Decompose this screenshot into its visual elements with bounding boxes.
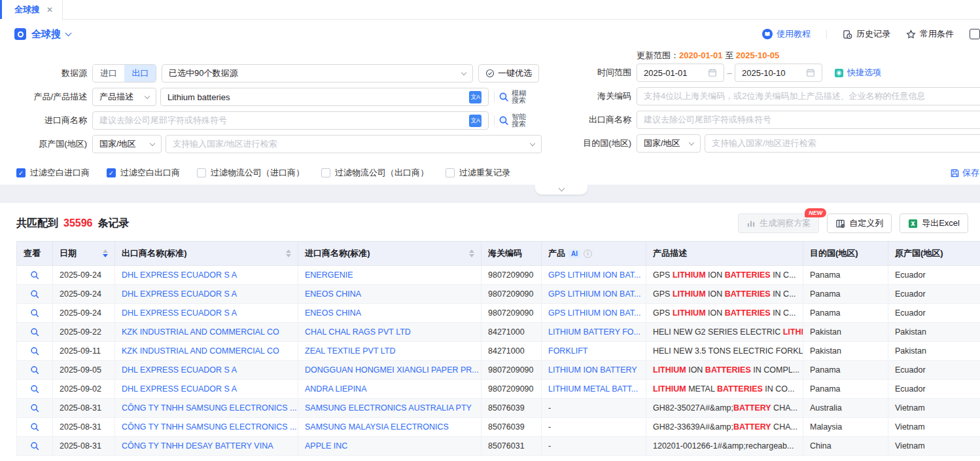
exporter-cell[interactable]: DHL EXPRESS ECUADOR S A [115,285,298,304]
exporter-cell[interactable]: DHL EXPRESS ECUADOR S A [115,380,298,399]
clipped-header-icon[interactable] [970,29,980,39]
chevron-down-icon [689,139,694,145]
importer-cell[interactable]: CHAL CHAL RAGS PVT LTD [298,323,481,342]
exporter-cell[interactable]: CÔNG TY TNHH SAMSUNG ELECTRONICS ... [115,399,298,418]
product-cell[interactable]: GPS LITHIUM ION BAT... [542,304,646,323]
filter-checkbox-4[interactable]: 过滤重复记录 [446,167,510,179]
view-record-icon[interactable] [30,327,39,337]
column-header-3[interactable]: 进口商名称(标准) [298,242,481,266]
destination-cell: Australia [803,399,888,418]
table-row: 2025-09-11KZK INDUSTRIAL AND COMMERCIAL … [17,342,980,361]
view-record-icon[interactable] [30,441,39,451]
exporter-cell[interactable]: CÔNG TY TNHH SAMSUNG ELECTRONICS ... [115,418,298,437]
exporter-cell[interactable]: CÔNG TY TNHH DESAY BATTERY VINA [115,437,298,456]
product-cell[interactable]: LITHIUM METAL BATT... [542,380,646,399]
one-key-optimize-button[interactable]: 一键优选 [478,64,539,83]
filter-checkbox-0[interactable]: ✓过滤空白进口商 [16,167,90,179]
product-cell: - [542,418,646,437]
view-record-icon[interactable] [30,422,39,432]
translate-icon[interactable]: 文A [469,115,481,127]
origin-country-type-select[interactable]: 国家/地区 [92,135,162,153]
tab-global-search[interactable]: 全球搜 ✕ [0,0,63,20]
view-record-icon[interactable] [30,289,39,299]
fuzzy-search-button[interactable]: 模糊搜索 [499,90,526,104]
smart-search-button[interactable]: 智能搜索 [499,113,526,128]
title-chevron-down-icon[interactable] [65,29,72,36]
save-button[interactable]: 保存 [950,167,979,179]
export-excel-button[interactable]: 导出Excel [900,213,968,233]
exporter-input[interactable]: 建议去除公司尾部字符或特殊符号 [637,111,980,129]
exporter-cell[interactable]: DHL EXPRESS ECUADOR S A [115,361,298,380]
checkbox-checked-icon[interactable]: ✓ [107,168,116,177]
filter-checkbox-3[interactable]: 过滤物流公司（出口商） [321,167,429,179]
sort-icons[interactable] [103,249,108,257]
product-cell[interactable]: GPS LITHIUM ION BAT... [542,285,646,304]
destination-placeholder: 支持输入国家/地区进行检索 [712,138,816,149]
toggle-import[interactable]: 进口 [93,65,124,82]
view-record-icon[interactable] [30,270,39,280]
importer-cell[interactable]: DONGGUAN HONGMEI XIANGLI PAPER PR... [298,361,481,380]
update-range-to: 2025-10-05 [736,50,780,60]
quick-options-button[interactable]: 快捷选项 [834,67,881,79]
view-record-icon[interactable] [30,308,39,318]
checkbox-unchecked-icon[interactable] [321,168,330,177]
generate-insight-button[interactable]: 生成洞察方案 NEW [738,213,819,233]
exporter-cell[interactable]: DHL EXPRESS ECUADOR S A [115,266,298,285]
importer-cell[interactable]: ENERGENIE [298,266,481,285]
date-from-input[interactable]: 2025-01-01 [637,64,724,82]
sort-icons[interactable] [469,249,474,257]
importer-input[interactable]: 建议去除公司尾部字符或特殊符号 文A [92,111,489,130]
column-header-1[interactable]: 日期 [53,242,115,266]
product-input[interactable]: Lithium batteries 文A [160,88,489,106]
data-source-select[interactable]: 已选中90个数据源 [162,64,473,83]
hs-code-input[interactable]: 支持4位以上海关编码，或2位海关编码加上产品描述、企业名称的任意信息 [637,87,980,105]
filter-checkbox-2[interactable]: 过滤物流公司（进口商） [197,167,304,179]
date-to-input[interactable]: 2025-10-10 [735,64,822,82]
product-cell[interactable]: FORKLIFT [542,342,646,361]
translate-icon[interactable]: 文A [469,91,481,103]
checkbox-unchecked-icon[interactable] [446,168,455,177]
collapse-panel-button[interactable] [535,185,587,194]
sort-icons[interactable] [286,249,291,257]
table-header: 查看日期出口商名称(标准)进口商名称(标准)海关编码产品AIi产品描述目的国(地… [17,242,980,266]
checkbox-checked-icon[interactable]: ✓ [16,168,26,177]
importer-cell[interactable]: ENEOS CHINA [298,304,481,323]
importer-cell[interactable]: APPLE INC [298,437,481,456]
column-header-2[interactable]: 出口商名称(标准) [115,242,298,266]
toggle-export[interactable]: 出口 [124,65,156,82]
description-cell: GH82-33639A#&amp;BATTERY CHA... [646,418,803,437]
exporter-cell[interactable]: DHL EXPRESS ECUADOR S A [115,304,298,323]
product-cell[interactable]: LITHIUM ION BATTERY [542,361,646,380]
origin-cell: Vietnam [888,437,980,456]
tab-close-icon[interactable]: ✕ [46,5,53,14]
product-cell[interactable]: LITHIUM BATTERY FO... [542,323,646,342]
exporter-cell[interactable]: KZK INDUSTRIAL AND COMMERCIAL CO [115,342,298,361]
exporter-cell[interactable]: KZK INDUSTRIAL AND COMMERCIAL CO [115,323,298,342]
description-cell: GPS LITHIUM ION BATTERIES IN C... [646,304,803,323]
checkbox-unchecked-icon[interactable] [197,168,206,177]
date-cell: 2025-08-31 [53,418,115,437]
customize-columns-button[interactable]: 自定义列 [827,213,892,233]
favorites-button[interactable]: 常用条件 [906,28,954,40]
origin-country-input[interactable]: 支持输入国家/地区进行检索 [166,135,542,153]
importer-cell[interactable]: ANDRA LIEPINA [298,380,481,399]
view-record-icon[interactable] [30,384,39,394]
product-type-select[interactable]: 产品描述 [92,88,156,106]
product-cell[interactable]: GPS LITHIUM ION BAT... [542,266,646,285]
view-record-icon[interactable] [30,403,39,413]
hs-code-cell: 85076039 [481,399,542,418]
importer-cell[interactable]: SAMSUNG ELECTRONICS AUSTRALIA PTY [298,399,481,418]
view-record-icon[interactable] [30,346,39,356]
filter-checkbox-1[interactable]: ✓过滤空白出口商 [107,167,180,179]
history-button[interactable]: 历史记录 [843,28,890,40]
tutorial-button[interactable]: 使用教程 [762,28,811,40]
importer-cell[interactable]: SAMSUNG MALAYSIA ELECTRONICS [298,418,481,437]
fuzzy-label-2: 搜索 [512,96,526,104]
view-record-icon[interactable] [30,365,39,375]
destination-country-input[interactable]: 支持输入国家/地区进行检索 [705,134,980,153]
origin-cell: Ecuador [888,361,980,380]
importer-cell[interactable]: ENEOS CHINA [298,285,481,304]
importer-cell[interactable]: ZEAL TEXTILE PVT LTD [298,342,481,361]
destination-type-select[interactable]: 国家/地区 [637,134,701,153]
info-icon[interactable]: i [584,249,592,258]
